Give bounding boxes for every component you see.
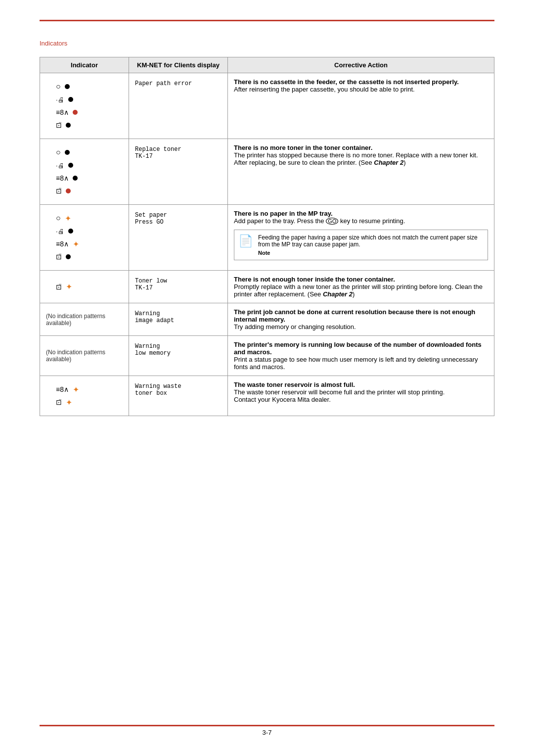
chapter-link: Chapter 2	[323, 290, 353, 298]
indicator-cell-toner-low: ⊡̈ ✦	[40, 271, 129, 303]
star-blink-icon: ✦	[66, 282, 72, 291]
indicator-cell-warning-memory: (No indication patternsavailable)	[40, 336, 129, 376]
indicator-cell-warning-image: (No indication patternsavailable)	[40, 303, 129, 336]
star-blink-icon: ✦	[73, 385, 79, 394]
icon-row-tray: ⊡̈	[56, 251, 71, 262]
dot-indicator	[68, 229, 73, 234]
icon-row-tray: ⊡̈	[56, 186, 71, 196]
page-icon: ≡8∧	[56, 108, 69, 116]
no-pattern-label: (No indication patternsavailable)	[46, 313, 123, 327]
dot-indicator	[66, 254, 71, 259]
corrective-body-pre: Add paper to the tray. Press the	[234, 217, 326, 225]
corrective-title: The print job cannot be done at current …	[234, 308, 475, 323]
power-icon: ○	[56, 83, 61, 91]
kmnet-cell-warning-image: Warningimage adapt	[129, 303, 228, 336]
icon-row-power: ○	[56, 81, 70, 92]
corrective-body: Print a status page to see how much user…	[234, 356, 478, 371]
print-icon: ·🖨	[56, 228, 64, 235]
corrective-body: Promptly replace with a new toner as the…	[234, 283, 483, 298]
dot-indicator	[68, 97, 73, 102]
col-header-kmnet: KM-NET for Clients display	[129, 57, 228, 73]
kmnet-cell-warning-memory: Warninglow memory	[129, 336, 228, 376]
icon-row-print: ·🖨	[56, 94, 73, 105]
chapter-link: Chapter 2	[374, 159, 403, 166]
tray-icon: ⊡̈	[56, 121, 62, 129]
page-icon: ≡8∧	[56, 240, 69, 248]
dot-indicator	[73, 176, 78, 181]
star-blink-icon: ✦	[66, 398, 72, 407]
tray-icon: ⊡̈	[56, 398, 62, 406]
note-label: Note	[258, 250, 484, 256]
kmnet-cell-paper-path: Paper path error	[129, 73, 228, 139]
icon-row-power: ○ ✦	[56, 213, 71, 224]
icon-group-warning-waste: ≡8∧ ✦ ⊡̈ ✦	[46, 381, 123, 411]
print-icon: ·🖨	[56, 162, 64, 169]
tray-icon: ⊡̈	[56, 283, 62, 291]
table-row: ○ ·🖨 ≡8∧ ⊡̈	[40, 139, 494, 205]
table-row: ≡8∧ ✦ ⊡̈ ✦ Warning wastetoner box The wa…	[40, 376, 494, 416]
page-number: 3-7	[0, 729, 534, 736]
corrective-cell-toner-low: There is not enough toner inside the ton…	[228, 271, 494, 303]
table-row: (No indication patternsavailable) Warnin…	[40, 303, 494, 336]
kmnet-cell-replace-toner: Replace tonerTK-17	[129, 139, 228, 205]
page-icon: ≡8∧	[56, 174, 69, 182]
corrective-body: The printer has stopped because there is…	[234, 151, 478, 166]
corrective-body: The waste toner reservoir will become fu…	[234, 388, 445, 403]
icon-row-print: ·🖨	[56, 226, 73, 236]
indicator-cell-set-paper: ○ ✦ ·🖨 ≡8∧ ✦ ⊡̈	[40, 205, 129, 271]
corrective-title: The printer's memory is running low beca…	[234, 341, 482, 356]
table-row: (No indication patternsavailable) Warnin…	[40, 336, 494, 376]
icon-row-page: ≡8∧ ✦	[56, 238, 79, 249]
icon-row-page: ≡8∧	[56, 107, 78, 118]
print-icon: ·🖨	[56, 96, 64, 103]
dot-red-indicator	[73, 110, 78, 115]
dot-red-indicator	[66, 189, 71, 193]
top-border	[40, 20, 494, 21]
go-key-icon: GO	[326, 218, 338, 225]
icon-row-tray: ⊡̈ ✦	[56, 282, 72, 292]
indicators-table: Indicator KM-NET for Clients display Cor…	[40, 57, 494, 416]
icon-group-replace-toner: ○ ·🖨 ≡8∧ ⊡̈	[46, 144, 123, 199]
tray-icon: ⊡̈	[56, 253, 62, 261]
icon-row-page: ≡8∧ ✦	[56, 384, 79, 395]
bottom-border	[40, 725, 494, 726]
indicator-cell-paper-path: ○ ·🖨 ≡8∧ ⊡̈	[40, 73, 129, 139]
corrective-cell-warning-waste: The waste toner reservoir is almost full…	[228, 376, 494, 416]
corrective-body-post: key to resume printing.	[338, 217, 405, 225]
kmnet-cell-toner-low: Toner lowTK-17	[129, 271, 228, 303]
kmnet-cell-set-paper: Set paperPress GO	[129, 205, 228, 271]
col-header-indicator: Indicator	[40, 57, 129, 73]
page: Indicators Indicator KM-NET for Clients …	[0, 0, 534, 756]
corrective-cell-set-paper: There is no paper in the MP tray. Add pa…	[228, 205, 494, 271]
indicator-cell-warning-waste: ≡8∧ ✦ ⊡̈ ✦	[40, 376, 129, 416]
star-blink-icon: ✦	[73, 239, 79, 249]
corrective-title: There is not enough toner inside the ton…	[234, 276, 395, 283]
dot-indicator	[66, 123, 71, 128]
note-text: Feeding the paper having a paper size wh…	[258, 234, 484, 248]
corrective-title: There is no paper in the MP tray.	[234, 210, 333, 217]
indicator-cell-replace-toner: ○ ·🖨 ≡8∧ ⊡̈	[40, 139, 129, 205]
icon-row-tray: ⊡̈ ✦	[56, 397, 72, 408]
icon-group-toner-low: ⊡̈ ✦	[46, 279, 123, 295]
icon-row-power: ○	[56, 147, 70, 158]
icon-row-page: ≡8∧	[56, 173, 78, 184]
corrective-cell-warning-memory: The printer's memory is running low beca…	[228, 336, 494, 376]
power-icon: ○	[56, 148, 61, 156]
dot-indicator	[68, 163, 73, 168]
star-blink-icon: ✦	[65, 214, 71, 223]
no-pattern-label: (No indication patternsavailable)	[46, 349, 123, 363]
table-row: ○ ✦ ·🖨 ≡8∧ ✦ ⊡̈	[40, 205, 494, 271]
corrective-title: The waste toner reservoir is almost full…	[234, 381, 355, 388]
note-box: 📄 Feeding the paper having a paper size …	[234, 230, 488, 260]
corrective-cell-paper-path: There is no cassette in the feeder, or t…	[228, 73, 494, 139]
corrective-title: There is no cassette in the feeder, or t…	[234, 78, 459, 86]
corrective-body: Try adding memory or changing resolution…	[234, 323, 356, 331]
breadcrumb: Indicators	[40, 40, 494, 47]
note-document-icon: 📄	[238, 234, 253, 248]
corrective-body: After reinserting the paper cassette, yo…	[234, 86, 415, 93]
icon-row-print: ·🖨	[56, 160, 73, 171]
tray-icon: ⊡̈	[56, 187, 62, 195]
table-row: ○ ·🖨 ≡8∧ ⊡̈	[40, 73, 494, 139]
corrective-cell-replace-toner: There is no more toner in the toner cont…	[228, 139, 494, 205]
power-icon: ○	[56, 214, 61, 222]
